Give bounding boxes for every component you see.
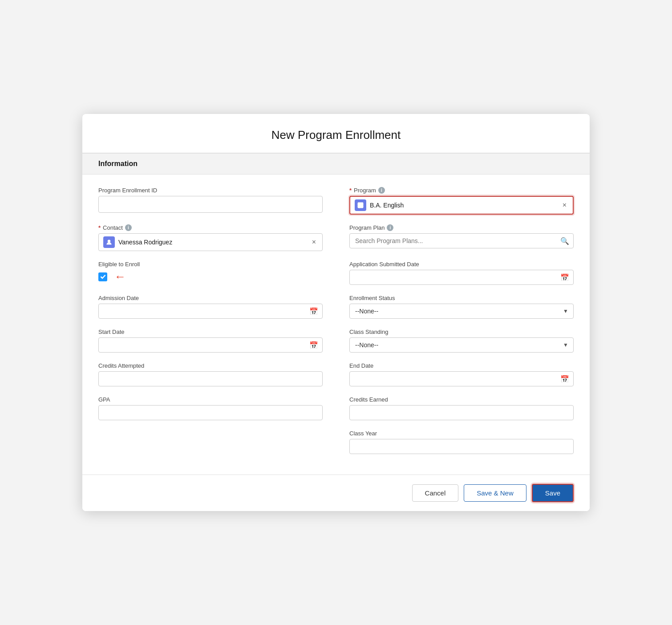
svg-point-4	[108, 239, 110, 242]
application-submitted-date-wrapper: 📅	[349, 270, 574, 285]
svg-rect-0	[358, 203, 364, 208]
cancel-button[interactable]: Cancel	[412, 484, 459, 502]
end-date-group: End Date 📅	[349, 362, 574, 386]
class-year-label: Class Year	[349, 430, 574, 437]
contact-label: * Contact i	[98, 224, 323, 231]
credits-earned-input[interactable]	[349, 405, 574, 420]
admission-date-group: Admission Date 📅	[98, 295, 323, 319]
save-and-new-button[interactable]: Save & New	[464, 484, 526, 502]
program-plan-info-icon[interactable]: i	[387, 224, 393, 231]
program-info-icon[interactable]: i	[378, 187, 385, 194]
class-standing-group: Class Standing --None-- ▼	[349, 329, 574, 353]
application-submitted-date-label: Application Submitted Date	[349, 261, 574, 268]
credits-earned-label: Credits Earned	[349, 396, 574, 403]
eligible-to-enroll-label: Eligible to Enroll	[98, 261, 323, 268]
credits-attempted-group: Credits Attempted	[98, 362, 323, 386]
end-date-label: End Date	[349, 362, 574, 369]
program-plan-group: Program Plan i 🔍	[349, 224, 574, 251]
application-submitted-date-group: Application Submitted Date 📅	[349, 261, 574, 285]
arrow-annotation: ←	[114, 270, 126, 284]
credits-attempted-label: Credits Attempted	[98, 362, 323, 369]
gpa-input[interactable]	[98, 405, 323, 420]
end-date-input[interactable]	[349, 371, 574, 386]
enrollment-status-label: Enrollment Status	[349, 295, 574, 301]
eligible-to-enroll-checkbox[interactable]	[98, 272, 107, 281]
program-value: B.A. English	[370, 202, 557, 209]
program-lookup-field[interactable]: B.A. English ×	[349, 196, 574, 215]
admission-date-wrapper: 📅	[98, 304, 323, 319]
class-standing-select-wrapper: --None-- ▼	[349, 337, 574, 353]
application-submitted-date-input[interactable]	[349, 270, 574, 285]
contact-group: * Contact i Vanessa Rodriguez ×	[98, 224, 323, 251]
contact-clear-button[interactable]: ×	[310, 238, 318, 247]
admission-date-label: Admission Date	[98, 295, 323, 301]
program-plan-label: Program Plan i	[349, 224, 574, 231]
form-grid: Program Enrollment ID * Program i B.A. E…	[98, 187, 574, 464]
form-body: Program Enrollment ID * Program i B.A. E…	[82, 175, 590, 475]
program-label: * Program i	[349, 187, 574, 194]
spacer-left	[98, 430, 323, 454]
program-lookup-icon	[355, 199, 366, 211]
contact-value: Vanessa Rodriguez	[118, 239, 307, 246]
gpa-label: GPA	[98, 396, 323, 403]
contact-lookup-field[interactable]: Vanessa Rodriguez ×	[98, 233, 323, 251]
gpa-group: GPA	[98, 396, 323, 420]
start-date-wrapper: 📅	[98, 337, 323, 353]
start-date-label: Start Date	[98, 329, 323, 335]
program-enrollment-id-label: Program Enrollment ID	[98, 187, 323, 194]
eligible-to-enroll-group: Eligible to Enroll ←	[98, 261, 323, 285]
start-date-input[interactable]	[98, 337, 323, 353]
enrollment-status-group: Enrollment Status --None-- ▼	[349, 295, 574, 319]
program-clear-button[interactable]: ×	[561, 201, 568, 210]
class-year-input[interactable]	[349, 439, 574, 454]
enrollment-status-select[interactable]: --None--	[349, 304, 574, 319]
contact-lookup-icon	[103, 236, 115, 248]
modal-container: New Program Enrollment Information Progr…	[82, 114, 590, 511]
start-date-group: Start Date 📅	[98, 329, 323, 353]
class-standing-label: Class Standing	[349, 329, 574, 335]
end-date-wrapper: 📅	[349, 371, 574, 386]
program-plan-input-wrapper: 🔍	[349, 233, 574, 248]
credits-earned-group: Credits Earned	[349, 396, 574, 420]
modal-footer: Cancel Save & New Save	[82, 475, 590, 511]
page-title: New Program Enrollment	[82, 114, 590, 153]
credits-attempted-input[interactable]	[98, 371, 323, 386]
program-plan-input[interactable]	[349, 233, 574, 248]
admission-date-input[interactable]	[98, 304, 323, 319]
program-enrollment-id-field[interactable]	[98, 196, 323, 213]
program-enrollment-id-group: Program Enrollment ID	[98, 187, 323, 215]
class-year-group: Class Year	[349, 430, 574, 454]
eligible-checkbox-wrapper: ←	[98, 270, 323, 284]
contact-info-icon[interactable]: i	[125, 224, 132, 231]
class-standing-select[interactable]: --None--	[349, 337, 574, 353]
section-header: Information	[82, 153, 590, 175]
save-button[interactable]: Save	[532, 484, 574, 502]
enrollment-status-select-wrapper: --None-- ▼	[349, 304, 574, 319]
program-group: * Program i B.A. English ×	[349, 187, 574, 215]
